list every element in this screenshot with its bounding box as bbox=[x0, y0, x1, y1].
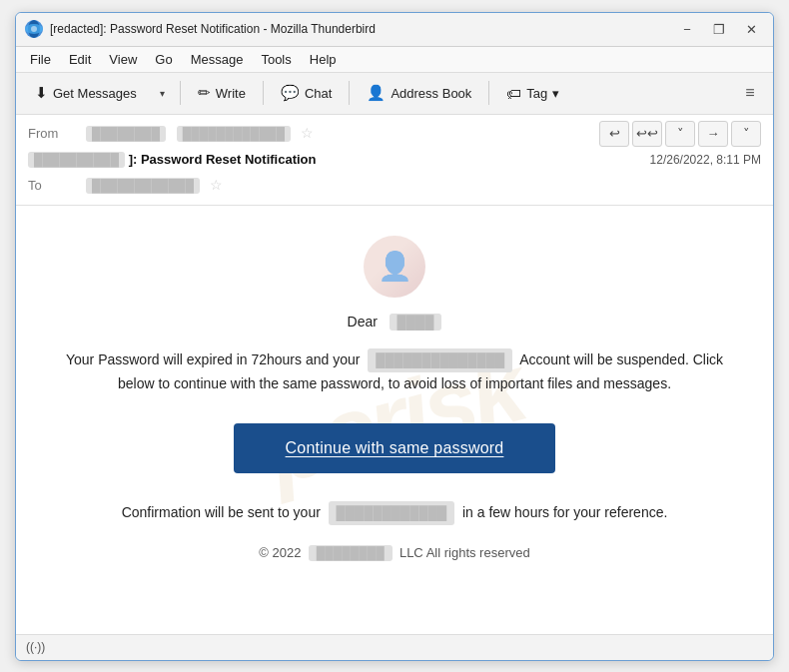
confirmation-suffix: in a few hours for your reference. bbox=[462, 504, 667, 520]
thunderbird-window: [redacted]: Password Reset Notification … bbox=[15, 12, 774, 661]
confirmation-text: Confirmation will be sent to your ██████… bbox=[56, 501, 733, 525]
to-star-icon[interactable]: ☆ bbox=[210, 177, 223, 193]
subject-text: ]: Password Reset Notification bbox=[129, 152, 317, 167]
get-messages-button[interactable]: ⬇ Get Messages bbox=[24, 79, 148, 107]
reply-button[interactable]: ↩ bbox=[599, 121, 629, 147]
header-nav-buttons: ↩ ↩↩ ˅ → ˅ bbox=[599, 121, 761, 147]
menu-file[interactable]: File bbox=[22, 50, 59, 69]
chat-button[interactable]: 💬 Chat bbox=[270, 79, 343, 107]
from-row: From ████████ ████████████ ☆ ↩ ↩↩ ˅ → ˅ bbox=[28, 121, 761, 147]
svg-point-3 bbox=[31, 26, 37, 32]
email-date: 12/26/2022, 8:11 PM bbox=[650, 153, 761, 167]
minimize-button[interactable]: − bbox=[673, 18, 701, 40]
footer-copyright: © 2022 bbox=[259, 545, 301, 560]
dear-prefix: Dear bbox=[348, 314, 378, 330]
tag-dropdown-arrow: ▾ bbox=[552, 86, 559, 101]
body-email-blurred: ██████████████ bbox=[368, 348, 512, 372]
to-row: To ████████████ ☆ bbox=[28, 173, 761, 199]
tag-label: Tag bbox=[526, 86, 547, 101]
nav-more-button[interactable]: ˅ bbox=[731, 121, 761, 147]
address-book-icon: 👤 bbox=[367, 84, 386, 102]
email-body: pcrisk 👤 Dear ████ Your Password will ex… bbox=[16, 206, 773, 634]
toolbar-separator-3 bbox=[349, 81, 350, 105]
avatar-icon: 👤 bbox=[378, 250, 412, 283]
status-icon: ((·)) bbox=[26, 640, 45, 654]
footer: © 2022 ████████ LLC All rights reserved bbox=[56, 545, 733, 561]
get-messages-icon: ⬇ bbox=[35, 84, 48, 102]
menu-tools[interactable]: Tools bbox=[253, 50, 299, 69]
dear-name-blurred: ████ bbox=[390, 314, 442, 331]
title-bar-left: [redacted]: Password Reset Notification … bbox=[24, 19, 376, 39]
from-value: ████████ ████████████ ☆ bbox=[86, 125, 599, 142]
toolbar-separator-2 bbox=[263, 81, 264, 105]
window-title: [redacted]: Password Reset Notification … bbox=[50, 22, 376, 36]
status-bar: ((·)) bbox=[16, 634, 773, 660]
avatar: 👤 bbox=[364, 236, 425, 298]
from-star-icon[interactable]: ☆ bbox=[301, 125, 314, 141]
toolbar-separator-1 bbox=[180, 81, 181, 105]
confirmation-email-blurred: ████████████ bbox=[329, 501, 455, 525]
get-messages-label: Get Messages bbox=[53, 86, 137, 101]
cta-button[interactable]: Continue with same password bbox=[234, 423, 556, 473]
to-redacted: ████████████ bbox=[86, 178, 200, 194]
email-header: From ████████ ████████████ ☆ ↩ ↩↩ ˅ → ˅ … bbox=[16, 115, 773, 206]
subject-value: ██████████ ]: Password Reset Notificatio… bbox=[28, 152, 316, 168]
app-icon bbox=[24, 19, 44, 39]
avatar-area: 👤 bbox=[56, 236, 733, 298]
menu-bar: File Edit View Go Message Tools Help bbox=[16, 47, 773, 73]
hamburger-menu-button[interactable]: ≡ bbox=[735, 79, 765, 107]
menu-edit[interactable]: Edit bbox=[61, 50, 99, 69]
close-button[interactable]: ✕ bbox=[737, 18, 765, 40]
chat-icon: 💬 bbox=[281, 84, 300, 102]
title-bar-controls: − ❐ ✕ bbox=[673, 18, 765, 40]
nav-down-button[interactable]: ˅ bbox=[665, 121, 695, 147]
get-messages-dropdown[interactable]: ▾ bbox=[152, 79, 174, 107]
confirmation-prefix: Confirmation will be sent to your bbox=[122, 504, 321, 520]
body-paragraph-1: Your Password will expired in 72hours an… bbox=[66, 351, 360, 367]
footer-suffix: LLC All rights reserved bbox=[399, 545, 530, 560]
write-button[interactable]: ✏ Write bbox=[187, 79, 257, 107]
from-label: From bbox=[28, 126, 86, 141]
to-label: To bbox=[28, 178, 86, 193]
title-bar: [redacted]: Password Reset Notification … bbox=[16, 13, 773, 47]
menu-message[interactable]: Message bbox=[183, 50, 252, 69]
write-icon: ✏ bbox=[198, 84, 211, 102]
forward-button[interactable]: → bbox=[698, 121, 728, 147]
email-content: 👤 Dear ████ Your Password will expired i… bbox=[56, 236, 733, 562]
from-redacted-1: ████████ bbox=[86, 126, 166, 142]
footer-blurred: ████████ bbox=[309, 545, 393, 561]
menu-help[interactable]: Help bbox=[302, 50, 345, 69]
cta-container: Continue with same password bbox=[56, 423, 733, 501]
address-book-button[interactable]: 👤 Address Book bbox=[356, 79, 482, 107]
menu-go[interactable]: Go bbox=[147, 50, 180, 69]
restore-button[interactable]: ❐ bbox=[705, 18, 733, 40]
body-text: Your Password will expired in 72hours an… bbox=[56, 348, 733, 396]
toolbar-separator-4 bbox=[488, 81, 489, 105]
reply-all-button[interactable]: ↩↩ bbox=[632, 121, 662, 147]
chat-label: Chat bbox=[305, 86, 332, 101]
write-label: Write bbox=[216, 86, 246, 101]
menu-view[interactable]: View bbox=[101, 50, 145, 69]
tag-icon: 🏷 bbox=[506, 85, 521, 102]
tag-button[interactable]: 🏷 Tag ▾ bbox=[495, 80, 570, 107]
from-redacted-2: ████████████ bbox=[177, 126, 291, 142]
address-book-label: Address Book bbox=[391, 86, 471, 101]
subject-row: ██████████ ]: Password Reset Notificatio… bbox=[28, 147, 761, 173]
to-value: ████████████ ☆ bbox=[86, 177, 761, 194]
dear-line: Dear ████ bbox=[56, 314, 733, 331]
toolbar: ⬇ Get Messages ▾ ✏ Write 💬 Chat 👤 Addres… bbox=[16, 73, 773, 115]
subject-redacted: ██████████ bbox=[28, 152, 125, 168]
